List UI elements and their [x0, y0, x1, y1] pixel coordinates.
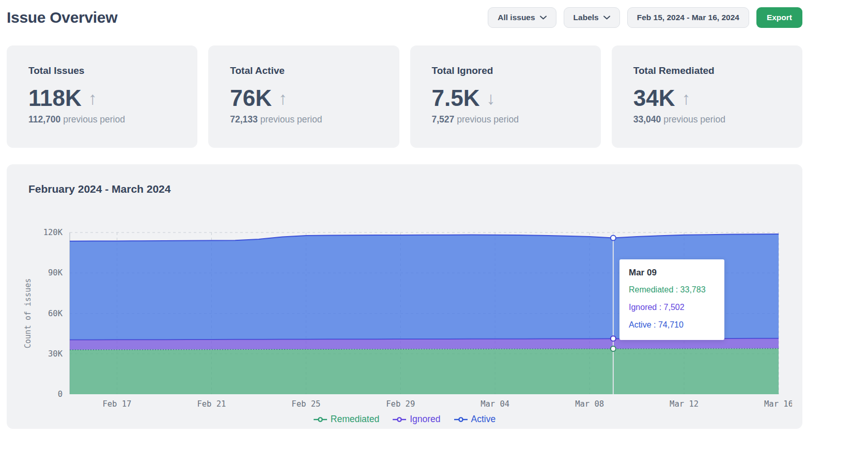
legend-item-active[interactable]: Active [454, 414, 496, 425]
chart-panel: February 2024 - March 2024 030K60K90K120… [7, 164, 802, 429]
top-bar: Issue Overview All issues Labels Feb 15,… [7, 7, 802, 28]
date-range-picker[interactable]: Feb 15, 2024 - Mar 16, 2024 [627, 7, 749, 28]
chevron-down-icon [603, 16, 610, 20]
legend-item-ignored[interactable]: Ignored [393, 414, 440, 425]
filter-labels-dropdown[interactable]: Labels [564, 7, 620, 28]
legend-line-marker-icon [393, 416, 406, 423]
filter-all-issues-label: All issues [498, 13, 535, 22]
filter-all-issues-dropdown[interactable]: All issues [488, 7, 556, 28]
stat-card-value: 76K [230, 87, 272, 110]
trend-up-icon: ↑ [681, 89, 690, 107]
stat-card-title: Total Active [230, 65, 389, 76]
chart-tooltip-row-active: Active : 74,710 [629, 320, 717, 330]
svg-text:Mar 12: Mar 12 [670, 399, 699, 409]
stat-card-total-issues: Total Issues 118K ↑ 112,700previous peri… [7, 45, 197, 148]
svg-text:Feb 21: Feb 21 [197, 399, 226, 409]
legend-line-marker-icon [314, 416, 327, 423]
legend-line-marker-icon [454, 416, 468, 423]
stat-card-total-ignored: Total Ignored 7.5K ↓ 7,527previous perio… [410, 45, 601, 148]
svg-text:Feb 29: Feb 29 [386, 399, 415, 409]
svg-text:Mar 16: Mar 16 [764, 399, 792, 409]
page-title: Issue Overview [7, 9, 117, 26]
legend-item-remediated[interactable]: Remediated [314, 414, 379, 425]
stat-card-total-remediated: Total Remediated 34K ↑ 33,040previous pe… [612, 45, 802, 148]
stat-card-value: 118K [28, 87, 82, 110]
toolbar-controls: All issues Labels Feb 15, 2024 - Mar 16,… [488, 7, 802, 28]
chart-legend: RemediatedIgnoredActive [7, 414, 802, 425]
svg-text:60K: 60K [48, 309, 63, 318]
svg-text:30K: 30K [48, 349, 63, 359]
stat-card-value: 34K [633, 87, 675, 110]
svg-text:Feb 17: Feb 17 [102, 399, 131, 409]
stat-card-value: 7.5K [432, 87, 480, 110]
svg-text:Count of issues: Count of issues [23, 278, 33, 348]
stat-card-previous: 7,527previous period [432, 114, 591, 125]
stat-card-previous: 72,133previous period [230, 114, 389, 125]
stat-card-previous: 112,700previous period [28, 114, 187, 125]
svg-text:Mar 04: Mar 04 [481, 399, 509, 409]
stat-card-total-active: Total Active 76K ↑ 72,133previous period [208, 45, 399, 148]
chart-tooltip: Mar 09 Remediated : 33,783Ignored : 7,50… [619, 259, 724, 340]
svg-text:0: 0 [58, 390, 63, 399]
stat-card-title: Total Remediated [633, 65, 792, 76]
svg-text:90K: 90K [48, 268, 63, 277]
stat-cards-row: Total Issues 118K ↑ 112,700previous peri… [7, 45, 802, 148]
svg-text:Feb 25: Feb 25 [291, 399, 320, 409]
trend-up-icon: ↑ [278, 89, 287, 107]
stat-card-title: Total Issues [28, 65, 187, 76]
filter-labels-label: Labels [574, 13, 599, 22]
stat-card-previous: 33,040previous period [633, 114, 792, 125]
chart-tooltip-date: Mar 09 [629, 268, 717, 278]
trend-down-icon: ↓ [486, 89, 495, 107]
trend-up-icon: ↑ [88, 89, 97, 107]
chart-tooltip-row-ignored: Ignored : 7,502 [629, 303, 717, 312]
chart-title: February 2024 - March 2024 [28, 183, 171, 195]
chevron-down-icon [540, 16, 547, 20]
export-button[interactable]: Export [756, 7, 802, 28]
stat-card-title: Total Ignored [432, 65, 591, 76]
svg-text:120K: 120K [43, 228, 63, 237]
svg-text:Mar 08: Mar 08 [575, 399, 604, 409]
chart-tooltip-row-remediated: Remediated : 33,783 [629, 285, 717, 295]
date-range-label: Feb 15, 2024 - Mar 16, 2024 [637, 13, 739, 22]
